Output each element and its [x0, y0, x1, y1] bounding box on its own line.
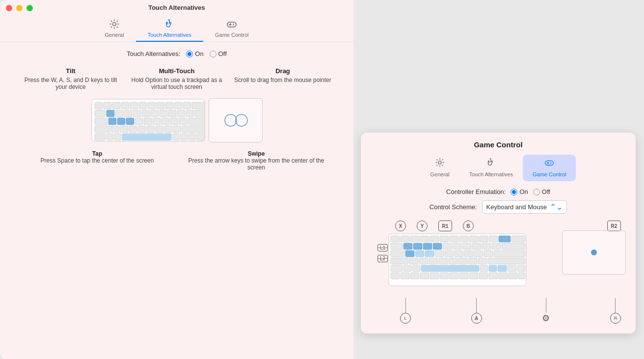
svg-rect-66: [401, 236, 409, 242]
svg-rect-102: [409, 258, 418, 264]
svg-rect-54: [172, 134, 179, 140]
svg-rect-10: [139, 102, 147, 109]
svg-rect-109: [478, 258, 487, 264]
svg-rect-6: [104, 102, 111, 109]
svg-rect-105: [439, 258, 448, 264]
tab-general[interactable]: General: [93, 15, 136, 42]
keyboard-svg: [91, 98, 209, 142]
radio-on-label: On: [195, 50, 203, 57]
l2-indicator: L2: [377, 255, 388, 262]
control-scheme-dropdown[interactable]: Keyboard and Mouse ⌃⌄: [482, 200, 567, 214]
controller-radio-on[interactable]: On: [510, 188, 528, 195]
svg-rect-32: [126, 118, 134, 125]
svg-rect-67: [410, 236, 419, 242]
svg-rect-33: [135, 118, 143, 125]
tab-touch-alternatives[interactable]: Touch Alternatives: [136, 15, 203, 42]
toggle-row: Touch Alternatives: On Off: [20, 50, 334, 57]
svg-rect-87: [482, 243, 491, 249]
svg-rect-29: [95, 118, 107, 125]
svg-rect-71: [450, 236, 458, 242]
svg-rect-123: [420, 273, 429, 279]
svg-point-59: [236, 114, 247, 126]
radio-on-circle: [186, 51, 193, 57]
game-tab-touch[interactable]: Touch Alternatives: [459, 155, 523, 181]
svg-rect-12: [157, 102, 164, 109]
feature-swipe: Swipe Press the arrow keys to swipe from…: [179, 150, 334, 171]
feature-tilt-desc: Press the W, A, S, and D keys to tilt yo…: [25, 77, 117, 90]
controller-radio-off[interactable]: Off: [533, 188, 550, 195]
svg-rect-61: [545, 161, 553, 165]
svg-rect-13: [165, 102, 173, 109]
controller-emulation-label: Controller Emulation:: [446, 188, 506, 195]
svg-rect-93: [425, 250, 434, 257]
close-button[interactable]: [6, 5, 12, 11]
l2-indicator-area: L2: [377, 258, 387, 259]
game-gamepad-icon: [544, 158, 554, 170]
options-area: ⚙: [542, 298, 550, 324]
r-joystick-icon: R: [610, 313, 621, 324]
svg-rect-28: [195, 110, 205, 117]
svg-rect-133: [518, 273, 525, 279]
svg-rect-40: [95, 126, 110, 133]
svg-rect-88: [492, 243, 501, 249]
feature-multitouch: Multi-Touch Hold Option to use a trackpa…: [126, 67, 228, 90]
window-controls: [6, 5, 33, 11]
svg-rect-81: [423, 243, 432, 249]
svg-rect-114: [421, 265, 479, 272]
svg-rect-106: [449, 258, 457, 264]
game-tab-game-label: Game Control: [533, 171, 566, 177]
features-top: Tilt Press the W, A, S, and D keys to ti…: [20, 67, 334, 90]
svg-rect-79: [403, 243, 412, 249]
svg-rect-115: [480, 265, 488, 272]
mouse-dot: [591, 249, 597, 255]
svg-rect-78: [391, 243, 402, 249]
svg-rect-44: [138, 126, 146, 133]
a-button-line: [476, 298, 477, 313]
maximize-button[interactable]: [27, 5, 33, 11]
game-tab-gamecontrol[interactable]: Game Control: [523, 155, 576, 181]
svg-rect-124: [430, 273, 439, 279]
svg-rect-100: [494, 250, 525, 257]
r2-button-area: R2: [607, 221, 621, 231]
svg-rect-90: [391, 250, 404, 257]
a-button-bottom: A: [471, 313, 482, 324]
svg-rect-92: [415, 250, 424, 257]
svg-rect-57: [197, 134, 205, 140]
svg-rect-65: [391, 236, 400, 242]
controller-emulation-row: Controller Emulation: On Off: [371, 188, 626, 195]
svg-rect-55: [180, 134, 187, 140]
tab-game-control[interactable]: Game Control: [203, 15, 260, 42]
svg-rect-86: [472, 243, 481, 249]
svg-rect-75: [489, 236, 498, 242]
svg-rect-96: [455, 250, 463, 257]
trackpad-fingers-svg: [216, 110, 255, 130]
controller-diagram: X Y R1 B R2: [371, 221, 626, 324]
svg-rect-25: [168, 110, 176, 117]
svg-rect-83: [443, 243, 452, 249]
minimize-button[interactable]: [16, 5, 23, 11]
r1-button: R1: [438, 221, 452, 231]
svg-rect-125: [440, 273, 449, 279]
keyboard-illustration: [20, 98, 334, 142]
svg-rect-72: [459, 236, 468, 242]
hand-pointer-icon: [163, 18, 175, 30]
feature-drag-desc: Scroll to drag from the mouse pointer: [234, 77, 331, 83]
tab-bar: General Touch Alternatives: [0, 15, 353, 42]
svg-point-3: [233, 25, 234, 26]
touch-content: Touch Alternatives: On Off Tilt Press th…: [0, 42, 353, 179]
svg-rect-126: [450, 273, 458, 279]
feature-tilt-name: Tilt: [20, 67, 122, 75]
svg-rect-101: [391, 258, 408, 264]
gear-icon: [108, 18, 120, 30]
game-tab-general[interactable]: General: [421, 155, 459, 181]
feature-drag: Drag Scroll to drag from the mouse point…: [232, 67, 334, 90]
svg-rect-132: [509, 273, 517, 279]
feature-tilt: Tilt Press the W, A, S, and D keys to ti…: [20, 67, 122, 90]
feature-drag-name: Drag: [232, 67, 334, 75]
svg-rect-9: [130, 102, 138, 109]
radio-on[interactable]: On: [186, 50, 203, 57]
radio-off[interactable]: Off: [210, 50, 227, 57]
game-keyboard-svg: [388, 233, 530, 287]
svg-rect-19: [115, 110, 123, 117]
svg-rect-94: [435, 250, 444, 257]
